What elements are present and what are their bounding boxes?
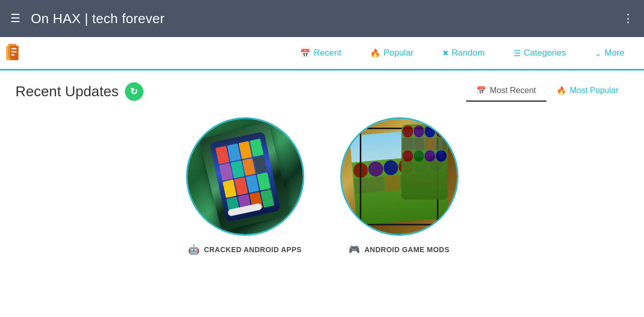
most-popular-icon: 🔥 xyxy=(557,86,566,95)
section-title-group: Recent Updates ↻ xyxy=(15,82,143,101)
section-title: Recent Updates xyxy=(15,83,119,100)
nav-link-popular[interactable]: 🔥 Popular xyxy=(356,37,428,70)
card-label-game-mods: 🎮 ANDROID GAME MODS xyxy=(348,244,449,255)
svg-rect-3 xyxy=(11,48,16,49)
svg-rect-4 xyxy=(11,51,16,52)
card-cracked-android-apps[interactable]: 🤖 CRACKED ANDROID APPS xyxy=(178,117,312,255)
more-options-icon[interactable]: ⋮ xyxy=(622,12,634,25)
nav-label-recent: Recent xyxy=(314,48,341,58)
tab-most-popular[interactable]: 🔥 Most Popular xyxy=(546,81,629,102)
card-title-cracked-apps: CRACKED ANDROID APPS xyxy=(204,245,302,254)
hamburger-icon[interactable]: ☰ xyxy=(10,13,21,24)
svg-rect-5 xyxy=(11,54,14,56)
nav-label-more: More xyxy=(604,48,624,58)
nav-links: 📅 Recent 🔥 Popular ✖ Random ☰ Categories… xyxy=(286,37,639,70)
more-chevron-icon: ⌄ xyxy=(595,48,601,58)
sort-tab-label-recent: Most Recent xyxy=(490,86,536,95)
section-header: Recent Updates ↻ 📅 Most Recent 🔥 Most Po… xyxy=(15,81,629,102)
card-image-game-mods xyxy=(340,117,458,236)
refresh-button[interactable]: ↻ xyxy=(125,82,143,101)
main-content: Recent Updates ↻ 📅 Most Recent 🔥 Most Po… xyxy=(0,71,644,271)
categories-icon: ☰ xyxy=(513,48,521,58)
nav-label-popular: Popular xyxy=(383,48,414,58)
card-label-cracked-apps: 🤖 CRACKED ANDROID APPS xyxy=(188,244,302,255)
card-image-cracked-apps xyxy=(186,117,304,236)
sort-tab-label-popular: Most Popular xyxy=(570,86,618,95)
nav-label-random: Random xyxy=(452,48,485,58)
popular-icon: 🔥 xyxy=(370,48,380,58)
nav-link-more[interactable]: ⌄ More xyxy=(580,37,639,70)
cards-grid: 🤖 CRACKED ANDROID APPS xyxy=(15,112,629,260)
nav-link-recent[interactable]: 📅 Recent xyxy=(286,37,356,70)
tab-most-recent[interactable]: 📅 Most Recent xyxy=(466,81,546,102)
recent-icon: 📅 xyxy=(300,48,310,58)
refresh-icon: ↻ xyxy=(130,86,138,97)
nav-link-categories[interactable]: ☰ Categories xyxy=(499,37,580,70)
top-header: ☰ On HAX | tech forever ⋮ xyxy=(0,0,644,37)
nav-bar: 📅 Recent 🔥 Popular ✖ Random ☰ Categories… xyxy=(0,37,644,71)
card-android-game-mods[interactable]: 🎮 ANDROID GAME MODS xyxy=(333,117,466,255)
nav-link-random[interactable]: ✖ Random xyxy=(428,37,499,70)
site-logo[interactable] xyxy=(5,42,28,64)
most-recent-icon: 📅 xyxy=(476,86,486,95)
card-title-game-mods: ANDROID GAME MODS xyxy=(364,245,450,254)
sort-tabs: 📅 Most Recent 🔥 Most Popular xyxy=(466,81,629,102)
site-title: On HAX | tech forever xyxy=(31,11,164,27)
gamepad-icon: 🎮 xyxy=(348,244,360,255)
random-icon: ✖ xyxy=(443,49,449,57)
android-icon-cracked: 🤖 xyxy=(188,244,200,255)
nav-label-categories: Categories xyxy=(524,48,566,58)
